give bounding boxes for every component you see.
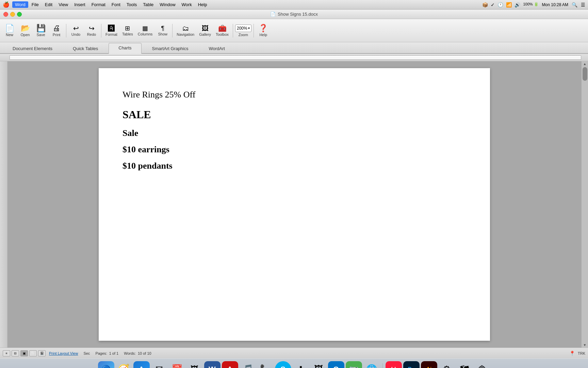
new-button[interactable]: 📄 New — [2, 21, 17, 41]
redo-button[interactable]: ↪ Redo — [84, 21, 99, 41]
dock-skype[interactable]: S — [275, 361, 291, 368]
toolbox-button[interactable]: 🧰 Toolbox — [214, 21, 231, 41]
menu-font[interactable]: Font — [109, 1, 123, 8]
menu-help[interactable]: Help — [195, 1, 210, 8]
menu-word[interactable]: Word — [12, 1, 28, 8]
tab-charts[interactable]: Charts — [109, 43, 141, 54]
list-icon[interactable]: ☰ — [581, 2, 585, 7]
ruler — [0, 54, 588, 61]
menu-edit[interactable]: Edit — [42, 1, 55, 8]
dock-photos[interactable]: 🖼 — [310, 361, 327, 368]
view-print-btn[interactable]: ▣ — [20, 350, 28, 356]
tables-label: Tables — [122, 32, 133, 36]
scroll-thumb[interactable] — [583, 67, 587, 81]
view-web-btn[interactable]: ⬜ — [29, 350, 37, 356]
document-area[interactable]: Wire Rings 25% Off SALE Sale $10 earring… — [7, 61, 581, 348]
dock-phone[interactable]: 📞 — [257, 361, 274, 368]
doc-line-1: Wire Rings 25% Off — [122, 89, 466, 101]
clock-icon[interactable]: 🕐 — [497, 2, 503, 7]
redo-label: Redo — [87, 32, 96, 36]
columns-icon: ▦ — [142, 25, 148, 31]
menu-work[interactable]: Work — [179, 1, 195, 8]
menu-file[interactable]: File — [29, 1, 42, 8]
doc-line-3: Sale — [122, 128, 466, 138]
view-notebook-btn[interactable]: 📓 — [38, 350, 46, 356]
scroll-up-arrow[interactable]: ▲ — [583, 62, 587, 66]
columns-label: Columns — [138, 32, 152, 36]
dock: 🔵 🧭 A ✉ 📅 🖼 W A 🎵 📞 S ⬇ 🖼 O 📷 🌐 Id Ps Ai… — [0, 358, 588, 368]
save-button[interactable]: 💾 Save — [33, 21, 48, 41]
dock-safari[interactable]: 🧭 — [116, 361, 132, 368]
dock-photoshop[interactable]: Ps — [403, 361, 420, 368]
dock-acrobat[interactable]: A — [222, 361, 238, 368]
menu-table[interactable]: Table — [140, 1, 156, 8]
wifi-icon[interactable]: 📶 — [506, 2, 512, 7]
tab-quick-tables[interactable]: Quick Tables — [63, 44, 108, 53]
apple-menu[interactable]: 🍎 — [3, 1, 10, 8]
view-normal-btn[interactable]: ≡ — [3, 350, 10, 356]
zoom-dropdown-arrow[interactable]: ▾ — [248, 26, 250, 30]
menu-format[interactable]: Format — [89, 1, 108, 8]
columns-button[interactable]: ▦ Columns — [136, 21, 154, 41]
dock-calendar[interactable]: 📅 — [169, 361, 185, 368]
dock-system-prefs[interactable]: ⚙ — [439, 361, 455, 368]
tab-smartart[interactable]: SmartArt Graphics — [142, 44, 198, 53]
tables-button[interactable]: ⊞ Tables — [120, 21, 135, 41]
dock-chrome[interactable]: 🌐 — [363, 361, 380, 368]
document[interactable]: Wire Rings 25% Off SALE Sale $10 earring… — [99, 68, 490, 341]
print-button[interactable]: 🖨 Print — [49, 21, 64, 41]
undo-button[interactable]: ↩ Undo — [68, 21, 83, 41]
minimize-button[interactable] — [10, 12, 15, 17]
dock-illustrator[interactable]: Ai — [421, 361, 437, 368]
close-button[interactable] — [3, 12, 8, 17]
search-icon[interactable]: 🔍 — [572, 2, 577, 7]
dock-download[interactable]: ⬇ — [293, 361, 309, 368]
navigation-button[interactable]: 🗂 Navigation — [175, 21, 196, 41]
dock-word[interactable]: W — [204, 361, 220, 368]
format-button[interactable]: 🅰 Format — [103, 21, 119, 41]
dock-appstore[interactable]: A — [133, 361, 150, 368]
navigation-icon: 🗂 — [182, 25, 189, 32]
gallery-label: Gallery — [199, 32, 211, 36]
zoom-label: Zoom — [239, 33, 248, 37]
open-icon: 📂 — [21, 25, 30, 32]
open-button[interactable]: 📂 Open — [18, 21, 33, 41]
dock-indesign[interactable]: Id — [386, 361, 402, 368]
dropbox-icon[interactable]: 📦 — [482, 2, 488, 7]
pages-label: Pages: 1 of 1 — [95, 351, 118, 355]
checkmark-icon[interactable]: ✓ — [491, 2, 495, 7]
window-title: 📄 Show Signs 15.docx — [270, 12, 318, 17]
tab-wordart[interactable]: WordArt — [199, 44, 234, 53]
dock-facetime[interactable]: 📷 — [346, 361, 362, 368]
menu-tools[interactable]: Tools — [124, 1, 140, 8]
maximize-button[interactable] — [17, 12, 22, 17]
right-scrollbar[interactable]: ▲ ▼ — [581, 61, 588, 348]
tab-document-elements[interactable]: Document Elements — [3, 44, 62, 53]
menubar-icons: 📦 ✓ 🕐 📶 🔊 100% 🔋 — [482, 2, 538, 7]
volume-icon[interactable]: 🔊 — [514, 2, 520, 7]
dock-mail[interactable]: ✉ — [151, 361, 167, 368]
dock-finder[interactable]: 🔵 — [98, 361, 114, 368]
help-button[interactable]: ❓ Help — [256, 21, 271, 41]
redo-icon: ↪ — [89, 25, 95, 32]
view-label: Print Layout View — [49, 351, 78, 355]
dock-itunes[interactable]: 🎵 — [240, 361, 256, 368]
menu-insert[interactable]: Insert — [71, 1, 88, 8]
dock-trash[interactable]: 🗑 — [474, 361, 490, 368]
show-label: Show — [158, 32, 167, 36]
scroll-down-arrow[interactable]: ▼ — [583, 343, 587, 347]
show-button[interactable]: ¶ Show — [155, 21, 170, 41]
tables-icon: ⊞ — [125, 25, 130, 31]
zoom-control[interactable]: 200% ▾ Zoom — [235, 25, 251, 37]
dock-outlook[interactable]: O — [328, 361, 344, 368]
menu-window[interactable]: Window — [157, 1, 178, 8]
gallery-button[interactable]: 🖼 Gallery — [197, 21, 213, 41]
view-outline-btn[interactable]: ⊟ — [12, 350, 19, 356]
ruler-track — [10, 56, 581, 60]
doc-line-2: SALE — [122, 108, 466, 122]
undo-icon: ↩ — [73, 25, 79, 32]
menu-view[interactable]: View — [56, 1, 71, 8]
toolbox-icon: 🧰 — [218, 25, 227, 32]
dock-preview[interactable]: 🖼 — [186, 361, 203, 368]
dock-maps[interactable]: 🗺 — [456, 361, 473, 368]
